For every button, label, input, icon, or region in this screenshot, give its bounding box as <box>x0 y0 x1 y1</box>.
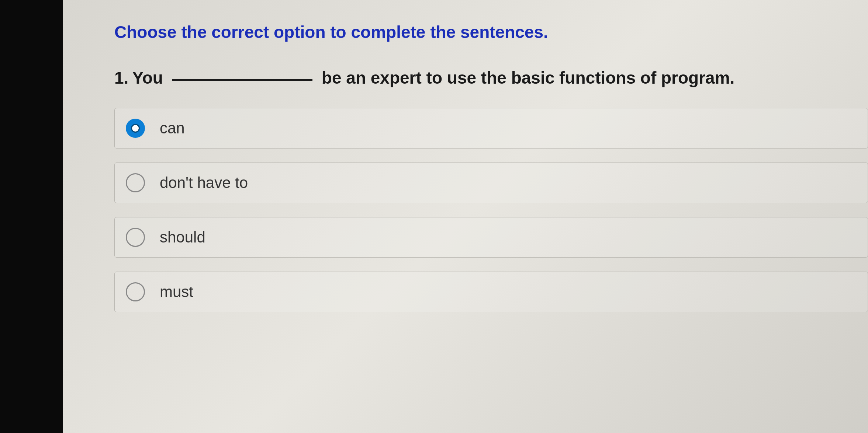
radio-icon <box>126 119 145 138</box>
option-label: don't have to <box>160 174 248 192</box>
quiz-content: Choose the correct option to complete th… <box>63 0 868 433</box>
left-dark-margin <box>0 0 63 433</box>
question-suffix: be an expert to use the basic functions … <box>322 68 735 88</box>
question-sentence: 1. You be an expert to use the basic fun… <box>114 68 868 88</box>
radio-icon <box>126 228 145 247</box>
option-must[interactable]: must <box>114 272 868 312</box>
radio-icon <box>126 282 145 301</box>
option-label: must <box>160 283 193 301</box>
option-dont-have-to[interactable]: don't have to <box>114 163 868 203</box>
radio-icon <box>126 173 145 192</box>
option-label: can <box>160 119 185 137</box>
fill-blank <box>172 79 312 81</box>
option-can[interactable]: can <box>114 108 868 149</box>
instruction-heading: Choose the correct option to complete th… <box>114 22 868 42</box>
option-should[interactable]: should <box>114 217 868 258</box>
option-label: should <box>160 228 205 246</box>
question-number: 1. <box>114 68 128 88</box>
question-prefix: You <box>132 68 163 88</box>
options-list: can don't have to should must <box>114 108 868 312</box>
